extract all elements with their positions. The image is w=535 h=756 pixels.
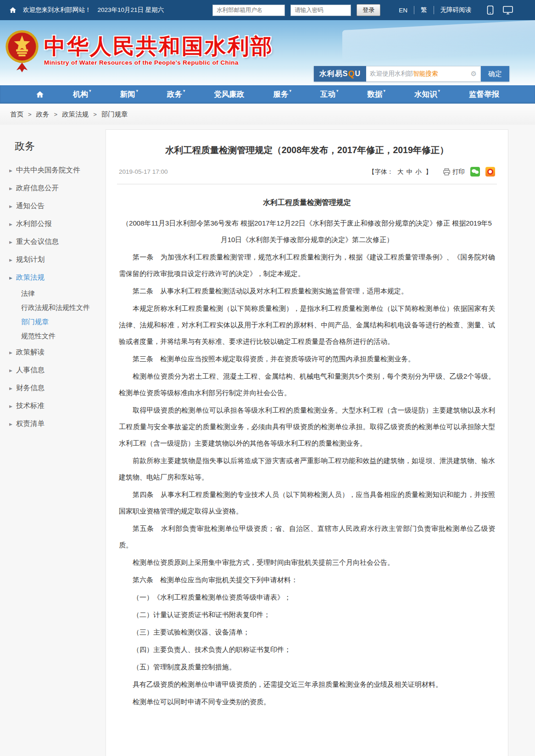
weibo-share-icon[interactable] bbox=[485, 167, 495, 177]
lang-traditional-link[interactable]: 繁 bbox=[414, 6, 434, 14]
sidebar-arrow-icon: ▶ bbox=[9, 222, 12, 226]
chevron-down-icon: ▾ bbox=[438, 88, 440, 93]
desktop-monitor-icon[interactable] bbox=[503, 6, 513, 15]
chevron-down-icon: ▾ bbox=[89, 88, 91, 93]
article-paragraph: 前款所称主要建筑物是指失事以后将造成下游灾害或者严重影响工程功能和效益的建筑物，… bbox=[119, 452, 495, 486]
sidebar-item[interactable]: ▶中共中央国务院文件 bbox=[4, 161, 104, 179]
accessibility-link[interactable]: 无障碍阅读 bbox=[434, 6, 478, 14]
site-brand[interactable]: 中华人民共和国水利部 Ministry of Water Resources o… bbox=[5, 28, 273, 75]
sidebar-item[interactable]: 部门规章 bbox=[4, 315, 104, 329]
sidebar-title: 政务 bbox=[4, 136, 104, 161]
breadcrumb-item[interactable]: 首页 bbox=[10, 110, 23, 119]
article-panel: 水利工程质量检测管理规定（2008年发布，2017年修正，2019年修正） 20… bbox=[106, 129, 508, 756]
sidebar-item-label: 政策法规 bbox=[16, 273, 45, 282]
sidebar-arrow-icon: ▶ bbox=[9, 350, 12, 354]
sidebar-arrow-icon: ▶ bbox=[9, 186, 12, 190]
topbar-links: EN 繁 无障碍阅读 bbox=[392, 6, 478, 14]
article-paragraph: 本规定所称水利工程质量检测（以下简称质量检测），是指水利工程质量检测单位（以下简… bbox=[119, 300, 495, 350]
sidebar-item[interactable]: 法律 bbox=[4, 287, 104, 301]
sidebar-item-label: 财务信息 bbox=[16, 383, 45, 393]
nav-shuizhishi[interactable]: 水知识▾ bbox=[412, 88, 443, 101]
lang-en-link[interactable]: EN bbox=[392, 7, 414, 14]
national-emblem-logo bbox=[5, 28, 39, 75]
sidebar-item-label: 人事信息 bbox=[16, 365, 45, 375]
breadcrumb-separator: > bbox=[93, 111, 97, 118]
sidebar-item[interactable]: ▶人事信息 bbox=[4, 361, 104, 379]
sidebar-item[interactable]: 规范性文件 bbox=[4, 329, 104, 343]
font-size-option[interactable]: 中 bbox=[405, 168, 414, 175]
document-paragraphs: 第一条 为加强水利工程质量检测管理，规范水利工程质量检测行为，根据《建设工程质量… bbox=[119, 249, 495, 710]
banner-photo bbox=[342, 20, 535, 62]
sidebar-arrow-icon: ▶ bbox=[9, 240, 12, 244]
search-input[interactable]: 欢迎使用水利部智能搜索 ⚙ bbox=[366, 66, 481, 82]
sidebar-item[interactable]: ▶重大会议信息 bbox=[4, 233, 104, 251]
sidebar-item[interactable]: ▶规划计划 bbox=[4, 251, 104, 269]
mobile-phone-icon[interactable] bbox=[487, 6, 494, 15]
article-paragraph: （五）管理制度及质量控制措施。 bbox=[119, 659, 495, 675]
sidebar-item[interactable]: ▶水利部公报 bbox=[4, 215, 104, 233]
article-tools: 【字体： 大中小 】 打印 bbox=[368, 167, 495, 177]
search-brand[interactable]: 水利易 SQU bbox=[314, 66, 366, 82]
breadcrumb-item[interactable]: 政策法规 bbox=[62, 110, 89, 119]
current-date: 2023年10月21日 星期六 bbox=[98, 6, 164, 14]
sidebar-item[interactable]: ▶政策解读 bbox=[4, 343, 104, 361]
search-submit-button[interactable]: 确定 bbox=[481, 66, 509, 82]
font-size-option[interactable]: 大 bbox=[396, 168, 405, 175]
sidebar-item-label: 水利部公报 bbox=[16, 219, 52, 229]
search-magnifier-icon: Q bbox=[348, 69, 355, 79]
chevron-down-icon: ▾ bbox=[183, 88, 185, 93]
nav-zhengwu[interactable]: 政务▾ bbox=[164, 88, 188, 101]
sidebar-item-label: 权责清单 bbox=[16, 419, 45, 429]
sidebar-item[interactable]: 行政法规和法规性文件 bbox=[4, 301, 104, 315]
sidebar-item-label: 部门规章 bbox=[21, 318, 49, 326]
search-placeholder-highlight: 智能搜索 bbox=[413, 70, 438, 78]
font-size-label-close: 】 bbox=[426, 168, 432, 176]
wechat-share-icon[interactable] bbox=[470, 167, 480, 177]
nav-jigou[interactable]: 机构▾ bbox=[70, 88, 94, 101]
content-area: 政务 ▶中共中央国务院文件▶政府信息公开▶通知公告▶水利部公报▶重大会议信息▶规… bbox=[0, 125, 535, 756]
sidebar-arrow-icon: ▶ bbox=[9, 404, 12, 408]
sidebar-item[interactable]: ▶通知公告 bbox=[4, 197, 104, 215]
sidebar-item[interactable]: ▶政策法规 bbox=[4, 269, 104, 287]
print-label: 打印 bbox=[452, 168, 465, 176]
nav-fuwu[interactable]: 服务▾ bbox=[270, 88, 294, 101]
nav-xinwen[interactable]: 新闻▾ bbox=[117, 88, 141, 101]
nav-label: 水知识 bbox=[414, 89, 437, 99]
sidebar-arrow-icon: ▶ bbox=[9, 422, 12, 426]
home-icon bbox=[36, 90, 44, 99]
article-paragraph: 第五条 水利部负责审批检测单位甲级资质；省、自治区、直辖市人民政府水行政主管部门… bbox=[119, 520, 495, 553]
sidebar-item-label: 技术标准 bbox=[16, 401, 45, 411]
sidebar-arrow-icon: ▶ bbox=[9, 204, 12, 208]
nav-shuju[interactable]: 数据▾ bbox=[364, 88, 388, 101]
nav-dangfeng[interactable]: 党风廉政 bbox=[211, 88, 247, 101]
printer-icon bbox=[443, 168, 451, 176]
nav-label: 新闻 bbox=[120, 89, 135, 99]
email-username-field[interactable] bbox=[212, 5, 285, 16]
article-paragraph: 第三条 检测单位应当按照本规定取得资质，并在资质等级许可的范围内承担质量检测业务… bbox=[119, 351, 495, 367]
nav-home[interactable] bbox=[33, 88, 47, 100]
breadcrumb-item[interactable]: 政务 bbox=[36, 110, 50, 119]
sidebar-item[interactable]: ▶财务信息 bbox=[4, 379, 104, 397]
sidebar-item-label: 中共中央国务院文件 bbox=[16, 166, 80, 175]
article-paragraph: （一）《水利工程质量检测单位资质等级申请表》； bbox=[119, 589, 495, 606]
password-field[interactable] bbox=[290, 5, 351, 16]
nav-hudong[interactable]: 互动▾ bbox=[318, 88, 341, 101]
sidebar-item[interactable]: ▶权责清单 bbox=[4, 415, 104, 433]
font-size-option[interactable]: 小 bbox=[414, 168, 423, 175]
breadcrumb-separator: > bbox=[54, 111, 58, 118]
nav-label: 监督举报 bbox=[469, 89, 499, 99]
search-placeholder: 欢迎使用水利部 bbox=[370, 70, 413, 78]
document-body: 水利工程质量检测管理规定 （2008年11月3日水利部令第36号发布 根据201… bbox=[119, 194, 495, 710]
sidebar-item-label: 规划计划 bbox=[16, 255, 45, 265]
print-button[interactable]: 打印 bbox=[443, 168, 465, 176]
article-paragraph: 第一条 为加强水利工程质量检测管理，规范水利工程质量检测行为，根据《建设工程质量… bbox=[119, 249, 495, 282]
home-icon[interactable] bbox=[9, 6, 17, 14]
sidebar-item[interactable]: ▶政府信息公开 bbox=[4, 179, 104, 197]
sidebar-item[interactable]: ▶技术标准 bbox=[4, 397, 104, 415]
document-heading: 水利工程质量检测管理规定 bbox=[119, 194, 495, 210]
login-button[interactable]: 登录 bbox=[357, 4, 380, 16]
gear-icon[interactable]: ⚙ bbox=[471, 70, 477, 78]
article-paragraph: 检测单位资质分为岩土工程、混凝土工程、金属结构、机械电气和量测共5个类别，每个类… bbox=[119, 368, 495, 401]
nav-jiandujubao[interactable]: 监督举报 bbox=[466, 88, 502, 101]
sidebar-item-label: 政府信息公开 bbox=[16, 183, 59, 193]
